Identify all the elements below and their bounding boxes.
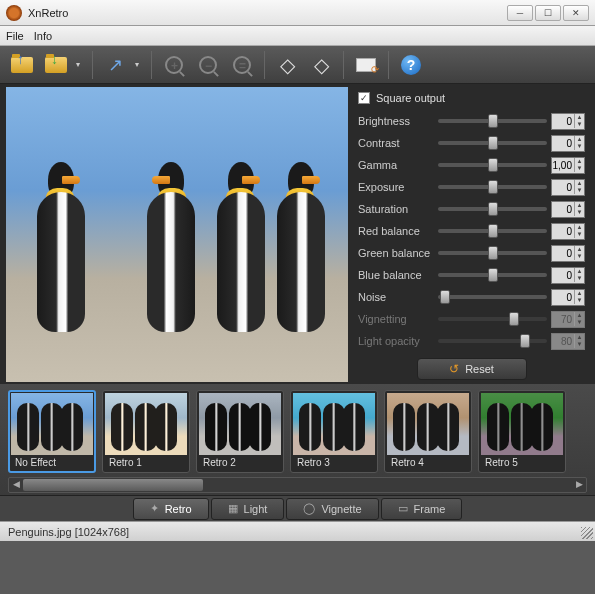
spin-up[interactable]: ▲ (575, 136, 584, 143)
help-button[interactable]: ? (397, 51, 425, 79)
effect-preview (105, 393, 187, 455)
spin-input[interactable] (552, 160, 574, 171)
green-balance-slider[interactable] (438, 251, 547, 255)
spin-down[interactable]: ▼ (575, 231, 584, 238)
zoom-fit-button[interactable]: = (228, 51, 256, 79)
exposure-spinbox[interactable]: ▲▼ (551, 179, 585, 196)
spin-input[interactable] (552, 226, 574, 237)
share-button[interactable]: ↗ (101, 51, 129, 79)
exposure-slider[interactable] (438, 185, 547, 189)
saturation-slider[interactable] (438, 207, 547, 211)
slider-thumb[interactable] (488, 158, 498, 172)
slider-thumb[interactable] (488, 246, 498, 260)
slider-thumb[interactable] (488, 180, 498, 194)
effect-thumb-3[interactable]: Retro 3 (290, 390, 378, 473)
spin-up[interactable]: ▲ (575, 114, 584, 121)
brightness-slider[interactable] (438, 119, 547, 123)
slider-thumb[interactable] (488, 114, 498, 128)
effect-label: Retro 3 (293, 455, 375, 470)
red-balance-spinbox[interactable]: ▲▼ (551, 223, 585, 240)
spin-up[interactable]: ▲ (575, 246, 584, 253)
share-dropdown[interactable]: ▾ (135, 60, 143, 69)
spin-input[interactable] (552, 116, 574, 127)
gamma-slider[interactable] (438, 163, 547, 167)
minimize-button[interactable]: ─ (507, 5, 533, 21)
spin-input[interactable] (552, 182, 574, 193)
slider-thumb[interactable] (488, 268, 498, 282)
spin-up: ▲ (575, 334, 584, 341)
blue-balance-spinbox[interactable]: ▲▼ (551, 267, 585, 284)
spin-up[interactable]: ▲ (575, 180, 584, 187)
rotate-left-button[interactable]: ◇ (273, 51, 301, 79)
tab-vignette[interactable]: ◯Vignette (286, 498, 378, 520)
slider-thumb[interactable] (440, 290, 450, 304)
settings-button[interactable] (352, 51, 380, 79)
slider-thumb[interactable] (488, 136, 498, 150)
maximize-button[interactable]: ☐ (535, 5, 561, 21)
spin-input[interactable] (552, 270, 574, 281)
noise-slider[interactable] (438, 295, 547, 299)
spin-input[interactable] (552, 292, 574, 303)
effect-label: Retro 5 (481, 455, 563, 470)
effect-thumb-5[interactable]: Retro 5 (478, 390, 566, 473)
effect-label: Retro 2 (199, 455, 281, 470)
reset-label: Reset (465, 363, 494, 375)
square-output-checkbox[interactable]: ✓ (358, 92, 370, 104)
effect-thumb-2[interactable]: Retro 2 (196, 390, 284, 473)
gamma-spinbox[interactable]: ▲▼ (551, 157, 585, 174)
spin-input[interactable] (552, 138, 574, 149)
spin-down[interactable]: ▼ (575, 187, 584, 194)
effects-scrollbar[interactable]: ◀ ▶ (8, 477, 587, 493)
contrast-slider[interactable] (438, 141, 547, 145)
spin-down[interactable]: ▼ (575, 143, 584, 150)
resize-grip[interactable] (581, 527, 593, 539)
preview-image (6, 87, 348, 382)
zoom-in-icon: + (165, 56, 183, 74)
green-balance-spinbox[interactable]: ▲▼ (551, 245, 585, 262)
spin-down[interactable]: ▼ (575, 165, 584, 172)
contrast-spinbox[interactable]: ▲▼ (551, 135, 585, 152)
close-button[interactable]: ✕ (563, 5, 589, 21)
spin-up[interactable]: ▲ (575, 158, 584, 165)
tab-frame[interactable]: ▭Frame (381, 498, 463, 520)
red-balance-slider[interactable] (438, 229, 547, 233)
spin-input[interactable] (552, 248, 574, 259)
scroll-left-arrow[interactable]: ◀ (10, 479, 22, 491)
noise-spinbox[interactable]: ▲▼ (551, 289, 585, 306)
spin-up[interactable]: ▲ (575, 202, 584, 209)
menu-file[interactable]: File (6, 30, 24, 42)
spin-down[interactable]: ▼ (575, 209, 584, 216)
tab-light[interactable]: ▦Light (211, 498, 285, 520)
menu-info[interactable]: Info (34, 30, 52, 42)
status-bar: Penguins.jpg [1024x768] (0, 521, 595, 541)
slider-thumb[interactable] (488, 224, 498, 238)
spin-up[interactable]: ▲ (575, 268, 584, 275)
reset-button[interactable]: ↺ Reset (417, 358, 527, 380)
effect-thumb-0[interactable]: No Effect (8, 390, 96, 473)
effect-thumb-4[interactable]: Retro 4 (384, 390, 472, 473)
share-icon: ↗ (108, 54, 123, 76)
spin-input[interactable] (552, 204, 574, 215)
rotate-right-button[interactable]: ◇ (307, 51, 335, 79)
spin-up[interactable]: ▲ (575, 290, 584, 297)
brightness-spinbox[interactable]: ▲▼ (551, 113, 585, 130)
scrollbar-thumb[interactable] (23, 479, 203, 491)
effect-thumb-1[interactable]: Retro 1 (102, 390, 190, 473)
slider-thumb[interactable] (488, 202, 498, 216)
save-dropdown[interactable]: ▾ (76, 60, 84, 69)
slider-label-7: Blue balance (358, 269, 434, 281)
spin-down[interactable]: ▼ (575, 121, 584, 128)
saturation-spinbox[interactable]: ▲▼ (551, 201, 585, 218)
spin-up[interactable]: ▲ (575, 224, 584, 231)
save-button[interactable]: ↓ (42, 51, 70, 79)
scroll-right-arrow[interactable]: ▶ (573, 479, 585, 491)
tab-retro[interactable]: ✦Retro (133, 498, 209, 520)
spin-down[interactable]: ▼ (575, 253, 584, 260)
open-button[interactable]: ↑ (8, 51, 36, 79)
slider-thumb (520, 334, 530, 348)
zoom-out-button[interactable]: − (194, 51, 222, 79)
zoom-in-button[interactable]: + (160, 51, 188, 79)
spin-down[interactable]: ▼ (575, 297, 584, 304)
blue-balance-slider[interactable] (438, 273, 547, 277)
spin-down[interactable]: ▼ (575, 275, 584, 282)
